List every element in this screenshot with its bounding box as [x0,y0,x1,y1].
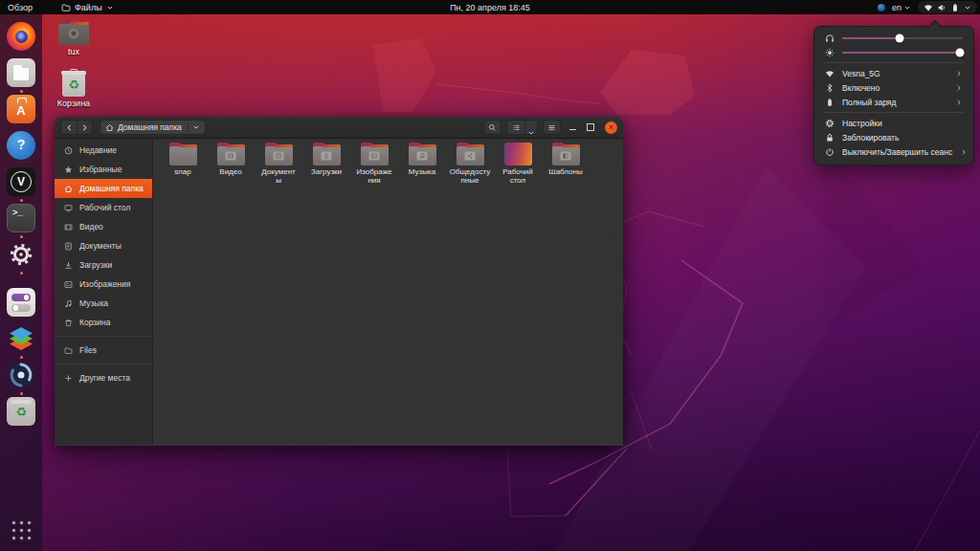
file-item-Видео[interactable]: Видео [207,143,255,185]
dock-item-files[interactable] [3,58,39,95]
search-button[interactable] [483,120,501,135]
sidebar-item-Музыка[interactable]: Музыка [55,294,152,313]
sidebar-item-Видео[interactable]: Видео [55,217,152,236]
help-icon [7,131,35,160]
back-button[interactable] [60,120,77,135]
headphones-icon [825,33,835,43]
file-item-Рабочийстол[interactable]: Рабочий стол [494,143,542,185]
file-item-snap[interactable]: snap [159,143,207,185]
system-menu: Vesna_5GВключеноПолный зарядНастройкиЗаб… [813,26,974,165]
dock-item-settings[interactable] [3,240,39,276]
dock-item-help[interactable] [3,131,39,167]
file-item-Общедоступные[interactable]: Общедосту пные [446,143,494,185]
dock-item-ubuntu-software[interactable] [3,95,39,131]
app-indicator-icon[interactable] [878,4,885,11]
menu-item-Выключить/Завершить сеанс[interactable]: Выключить/Завершить сеанс [814,144,973,159]
folder-emblem-download [322,151,332,160]
file-item-label: Видео [219,167,241,176]
volume-slider-row-slider[interactable] [842,37,963,39]
download-emblem-icon [323,152,330,159]
chevron-down-icon [964,4,971,11]
menu-item-Заблокировать[interactable]: Заблокировать [814,130,973,144]
running-indicator [20,392,23,395]
dock-item-recycle-app[interactable] [3,397,39,433]
star-icon [64,165,73,174]
desktop-icon-Корзина[interactable]: ♻Корзина [49,69,99,108]
menu-item-Включено[interactable]: Включено [814,80,973,95]
swirl-app-icon [7,361,35,389]
folder-icon [169,143,197,165]
slider-thumb[interactable] [896,33,904,42]
maximize-button[interactable] [584,121,597,134]
wifi-icon [825,69,835,78]
app-menu[interactable]: Файлы [54,0,122,14]
dock-item-layers-app[interactable] [3,324,39,361]
file-item-Шаблоны[interactable]: Шаблоны [542,143,590,185]
trash-icon [64,319,73,327]
home-icon [64,185,73,193]
template-emblem-icon [563,152,569,159]
show-applications-button[interactable] [10,518,33,541]
system-status-area[interactable] [918,1,977,13]
brightness-slider-row-slider[interactable] [842,52,963,54]
chevron-right-icon [80,123,89,132]
menu-item-Vesna_5G[interactable]: Vesna_5G [814,66,973,80]
music-icon [64,299,73,308]
dock-item-vivaldi[interactable] [3,167,39,204]
folder-emblem-image [369,151,380,160]
headerbar: Домашняя папка × [55,117,623,139]
menu-item-Настройки[interactable]: Настройки [814,116,973,130]
firefox-icon [7,22,35,51]
sidebar-item-Files[interactable]: Files [55,341,152,360]
keyboard-layout-indicator[interactable]: en [892,3,911,12]
sidebar-item-Корзина[interactable]: Корзина [55,313,152,332]
file-grid: snapВидеоДокумент ыЗагрузкиИзображе нияМ… [153,139,623,445]
dock-item-tweaks[interactable] [3,288,39,324]
sidebar-item-label: Музыка [79,298,108,308]
file-item-Изображения[interactable]: Изображе ния [350,143,398,185]
running-indicator [20,235,23,238]
window-menu-button[interactable] [543,120,561,135]
chevron-down-icon [527,123,535,131]
sidebar-item-Документы[interactable]: Документы [55,236,152,255]
sidebar-item-Рабочий стол[interactable]: Рабочий стол [55,198,152,217]
slider-thumb[interactable] [956,48,965,56]
clock[interactable]: Пн, 20 апреля 18:45 [450,0,530,14]
sidebar-item-Домашняя папка[interactable]: Домашняя папка [55,179,152,198]
sidebar-item-Другие места[interactable]: Другие места [55,368,152,387]
path-bar-button[interactable]: Домашняя папка [100,120,206,135]
sidebar-item-Изображения[interactable]: Изображения [55,275,152,294]
sidebar-item-Загрузки[interactable]: Загрузки [55,255,152,275]
download-icon [64,261,73,270]
file-item-Документы[interactable]: Документ ы [255,143,302,185]
minimize-button[interactable] [566,121,579,134]
brightness-slider-row[interactable] [814,45,973,59]
forward-button[interactable] [77,120,93,135]
document-emblem-icon [276,152,282,159]
view-toggle-button[interactable] [506,120,524,135]
folder-emblem-document [274,151,284,160]
activities-button[interactable]: Обзор [0,0,42,14]
chevron-right-icon [955,84,963,92]
folder-icon [361,143,389,165]
menu-separator [824,112,964,113]
folder-icon [64,346,73,355]
dock [0,14,42,551]
close-button[interactable]: × [605,121,617,134]
menu-item-Полный заряд[interactable]: Полный заряд [814,95,973,109]
battery-icon [825,98,835,107]
chevron-left-icon [65,123,74,132]
sidebar-item-Избранные[interactable]: Избранные [55,160,152,179]
dock-item-terminal[interactable] [3,204,39,240]
sidebar-item-label: Другие места [79,373,130,383]
sidebar-item-Недавние[interactable]: Недавние [55,141,152,160]
chevron-right-icon [960,148,968,156]
desktop-icon-tux[interactable]: tux [49,19,99,56]
file-item-label: Загрузки [311,167,342,176]
view-options-button[interactable] [524,120,538,135]
dock-item-swirl-app[interactable] [3,361,39,397]
file-item-Музыка[interactable]: Музыка [398,143,446,185]
file-item-Загрузки[interactable]: Загрузки [302,143,350,185]
dock-item-firefox[interactable] [3,22,39,58]
volume-slider-row[interactable] [814,31,973,45]
